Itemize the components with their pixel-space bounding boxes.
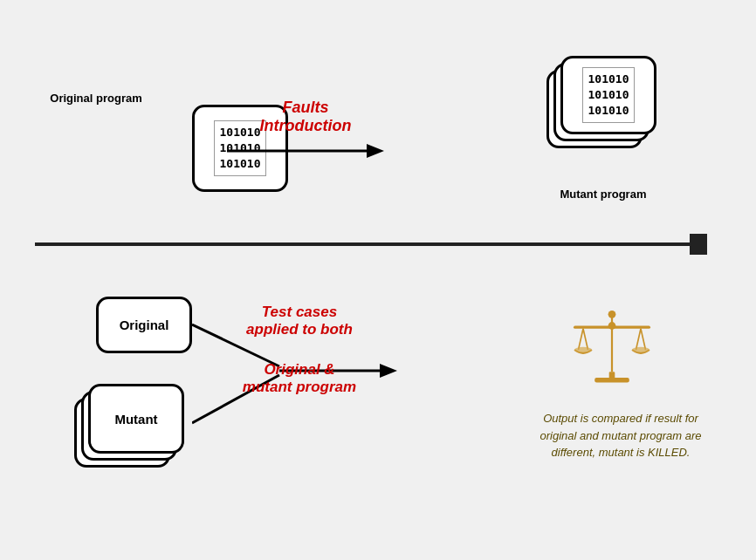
mutant-binary-front: 101010 101010 101010 (582, 67, 636, 124)
svg-line-10 (579, 329, 584, 350)
scales-icon (564, 297, 669, 401)
svg-marker-5 (380, 364, 397, 378)
svg-point-15 (608, 311, 616, 318)
svg-point-14 (608, 322, 616, 330)
original-and-label2: mutant program (216, 379, 382, 396)
mutant-bottom-label: Mutant (114, 412, 157, 427)
original-and-area: Original & mutant program (216, 361, 382, 396)
mutant-bottom-front: Mutant (88, 384, 184, 454)
svg-point-17 (632, 347, 649, 353)
divider-line (35, 242, 704, 246)
balance-scales-svg (564, 297, 660, 384)
original-program-label: Original program (50, 92, 141, 105)
divider-end (690, 234, 707, 255)
faults-arrow-area: Faults Introduction (210, 96, 402, 166)
svg-rect-7 (594, 378, 629, 383)
test-cases-label2: applied to both (216, 321, 382, 338)
top-section: 101010 101010 101010 Original program Fa… (0, 52, 756, 244)
bottom-section: Original Mutant Test cases applied to bo… (0, 270, 756, 541)
svg-line-12 (636, 329, 642, 350)
introduction-label: Introduction (260, 117, 352, 135)
output-comparison-text: Output is compared if result for origina… (538, 410, 704, 461)
svg-marker-1 (367, 144, 384, 158)
output-text-content: Output is compared if result for origina… (540, 412, 702, 459)
test-cases-label1: Test cases (216, 304, 382, 321)
test-cases-area: Test cases applied to both Original & mu… (216, 304, 382, 396)
original-box-bottom: Original (96, 297, 192, 353)
original-and-label1: Original & (216, 361, 382, 379)
faults-label: Faults (282, 99, 328, 117)
svg-line-13 (641, 329, 646, 350)
original-box-label: Original (120, 318, 169, 332)
svg-point-16 (574, 347, 592, 353)
mutant-program-label: Mutant program (560, 188, 647, 201)
mutant-stack-bottom: Mutant (74, 384, 205, 488)
main-container: 101010 101010 101010 Original program Fa… (0, 0, 756, 560)
svg-line-11 (583, 329, 588, 350)
mutant-box-front: 101010 101010 101010 (560, 56, 656, 134)
faults-arrow-icon (227, 139, 384, 163)
